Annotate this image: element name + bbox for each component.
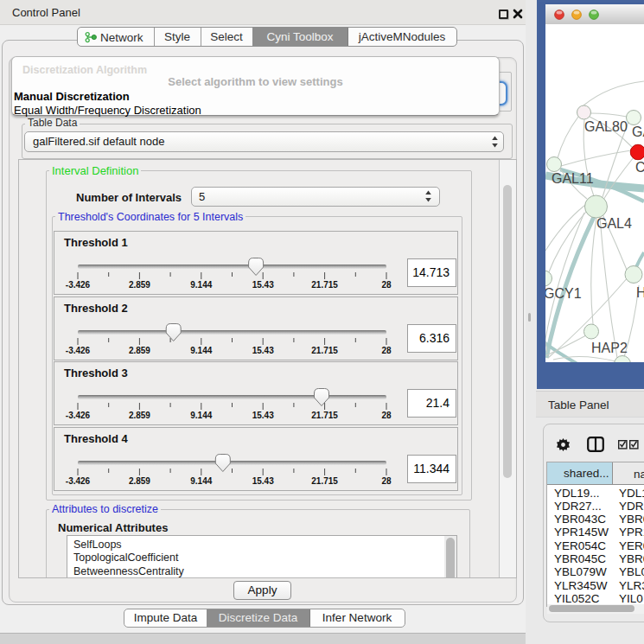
svg-text:H: H [636,285,644,300]
svg-text:GAL80: GAL80 [584,119,628,134]
svg-text:C: C [635,160,644,175]
svg-text:HAP2: HAP2 [591,341,628,355]
svg-text:GA: GA [632,124,644,139]
svg-text:GCY1: GCY1 [545,286,582,301]
svg-text:GAL11: GAL11 [552,171,594,186]
svg-text:GAL4: GAL4 [596,216,632,231]
